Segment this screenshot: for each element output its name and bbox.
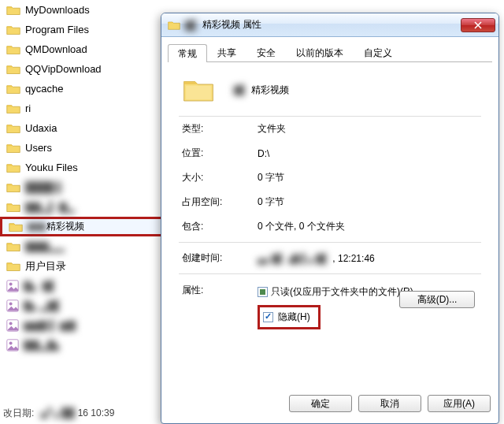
label-readonly: 只读(仅应用于文件夹中的文件)(R) xyxy=(271,285,413,299)
item-label: Program Files xyxy=(25,24,89,35)
folder-item[interactable]: Users xyxy=(0,138,165,158)
label-attributes: 属性: xyxy=(182,284,258,329)
value-location: D:\ xyxy=(258,148,269,159)
folder-item[interactable]: ri xyxy=(0,99,165,118)
folder-item[interactable]: 用户目录 xyxy=(0,256,165,276)
folder-item[interactable]: ▇▇▇▂▂ xyxy=(0,236,165,256)
label-contains: 包含: xyxy=(182,220,258,233)
folder-item[interactable]: Udaxia xyxy=(0,118,165,138)
cancel-button[interactable]: 取消 xyxy=(358,395,421,412)
folder-item[interactable]: ▆▆▇·▌·▆▇ xyxy=(0,315,165,335)
label-location: 位置: xyxy=(182,147,258,160)
close-icon xyxy=(474,21,482,29)
tab-customize[interactable]: 自定义 xyxy=(354,43,402,61)
item-label: Users xyxy=(25,142,52,154)
status-blur: ▗▞ ▖██ xyxy=(37,407,74,418)
item-label: ▇▇▂▌·▇▂ xyxy=(25,201,75,213)
dialog-body: 常规 共享 安全 以前的版本 自定义 ▇▌ 精彩视频 类型:文件夹 位置:D:\… xyxy=(168,37,492,392)
status-bar: 改日期: ▗▞ ▖██ 16 10:39 xyxy=(0,405,114,421)
highlight-hidden: 隐藏(H) xyxy=(258,305,321,329)
folder-item[interactable]: ▇▇精彩视频 xyxy=(0,217,165,236)
folder-item[interactable]: QMDownload xyxy=(0,39,165,59)
item-label: qycache xyxy=(25,83,63,95)
label-sizeondisk: 占用空间: xyxy=(182,195,258,209)
label-type: 类型: xyxy=(182,122,258,136)
folder-icon xyxy=(168,20,180,31)
folder-name[interactable]: ▇▌ 精彩视频 xyxy=(234,84,289,97)
tab-previous-versions[interactable]: 以前的版本 xyxy=(286,43,354,61)
value-sizeondisk: 0 字节 xyxy=(258,195,284,209)
folder-item[interactable]: ▇▇▂▌·▇▂ xyxy=(0,197,165,217)
label-created: 创建时间: xyxy=(182,251,258,265)
item-label: ri xyxy=(25,102,31,114)
item-label: QMDownload xyxy=(25,43,87,55)
folder-item[interactable]: ████·▌· xyxy=(0,177,165,197)
folder-item[interactable]: ▇▖▂▇▌ xyxy=(0,296,165,315)
checkbox-hidden[interactable] xyxy=(263,312,273,322)
tab-general[interactable]: 常规 xyxy=(168,44,207,62)
folder-item[interactable]: Program Files xyxy=(0,20,165,39)
window-title: ▇▌ 精彩视频 属性 xyxy=(185,18,461,32)
item-label: ▇▖·▇▌ xyxy=(24,280,57,292)
apply-button[interactable]: 应用(A) xyxy=(428,395,491,412)
checkbox-readonly[interactable] xyxy=(258,287,268,297)
close-button[interactable] xyxy=(461,18,495,32)
explorer-tree: MyDownloadsProgram FilesQMDownloadQQVipD… xyxy=(0,0,165,424)
svg-point-1 xyxy=(9,282,13,285)
status-time: 16 10:39 xyxy=(78,407,115,418)
svg-point-5 xyxy=(9,322,13,325)
item-label: ▇▇精彩视频 xyxy=(28,220,84,233)
item-label: ████·▌· xyxy=(25,181,67,193)
folder-item[interactable]: ▇▖·▇▌ xyxy=(0,276,165,296)
item-label: ▇▇▂▇▖ xyxy=(24,339,63,351)
tab-security[interactable]: 安全 xyxy=(246,43,286,61)
value-contains: 0 个文件, 0 个文件夹 xyxy=(258,220,345,233)
folder-icon xyxy=(182,75,215,105)
item-label: Udaxia xyxy=(25,122,57,134)
tab-strip: 常规 共享 安全 以前的版本 自定义 xyxy=(168,43,492,62)
folder-item[interactable]: MyDownloads xyxy=(0,0,165,20)
label-hidden: 隐藏(H) xyxy=(278,311,310,324)
value-type: 文件夹 xyxy=(258,122,286,136)
item-label: 用户目录 xyxy=(25,259,66,273)
item-label: ▇▖▂▇▌ xyxy=(24,299,62,311)
tab-sharing[interactable]: 共享 xyxy=(207,43,246,61)
item-label: QQVipDownload xyxy=(25,63,102,75)
item-label: MyDownloads xyxy=(25,4,90,16)
title-bar[interactable]: ▇▌ 精彩视频 属性 xyxy=(161,13,498,37)
item-label: Youku Files xyxy=(25,162,78,173)
advanced-button[interactable]: 高级(D)... xyxy=(399,291,475,308)
item-label: ▆▆▇·▌·▆▇ xyxy=(24,319,76,331)
ok-button[interactable]: 确定 xyxy=(289,395,352,412)
folder-item[interactable]: QQVipDownload xyxy=(0,59,165,79)
item-label: ▇▇▇▂▂ xyxy=(25,240,65,252)
folder-item[interactable]: qycache xyxy=(0,79,165,99)
folder-item[interactable]: ▇▇▂▇▖ xyxy=(0,335,165,355)
status-label: 改日期: xyxy=(3,407,34,420)
svg-point-3 xyxy=(9,302,13,305)
value-size: 0 字节 xyxy=(258,171,284,184)
properties-dialog: ▇▌ 精彩视频 属性 常规 共享 安全 以前的版本 自定义 ▇▌ xyxy=(161,13,499,424)
button-bar: 确定 取消 应用(A) xyxy=(161,395,498,418)
value-created: ▄▖▇▌▗▇·▌▖▇▌ , 12:21:46 xyxy=(258,253,375,264)
label-size: 大小: xyxy=(182,171,258,184)
folder-item[interactable]: Youku Files xyxy=(0,158,165,177)
svg-point-7 xyxy=(9,341,13,344)
